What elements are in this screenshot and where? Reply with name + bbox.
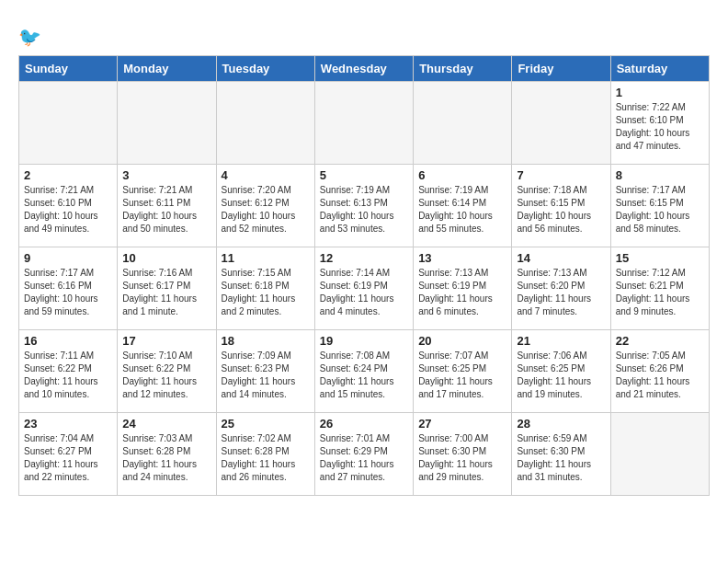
day-info: Sunrise: 7:09 AM Sunset: 6:23 PM Dayligh…: [222, 350, 310, 401]
calendar-cell: 12Sunrise: 7:14 AM Sunset: 6:19 PM Dayli…: [314, 247, 413, 330]
calendar-cell: 27Sunrise: 7:00 AM Sunset: 6:30 PM Dayli…: [414, 413, 512, 496]
day-number: 8: [616, 168, 704, 182]
day-number: 2: [24, 168, 112, 182]
day-number: 5: [320, 168, 408, 182]
day-number: 19: [320, 334, 408, 348]
day-info: Sunrise: 7:14 AM Sunset: 6:19 PM Dayligh…: [320, 267, 408, 318]
calendar-cell: 3Sunrise: 7:21 AM Sunset: 6:11 PM Daylig…: [118, 165, 216, 247]
calendar-week-5: 23Sunrise: 7:04 AM Sunset: 6:27 PM Dayli…: [19, 413, 710, 496]
calendar-cell: [414, 82, 512, 165]
day-info: Sunrise: 7:21 AM Sunset: 6:10 PM Dayligh…: [24, 184, 112, 236]
day-header-wednesday: Wednesday: [314, 56, 413, 82]
calendar-cell: 16Sunrise: 7:11 AM Sunset: 6:22 PM Dayli…: [19, 330, 118, 413]
day-info: Sunrise: 7:06 AM Sunset: 6:25 PM Dayligh…: [517, 350, 605, 401]
day-number: 1: [616, 86, 704, 99]
calendar-cell: 9Sunrise: 7:17 AM Sunset: 6:16 PM Daylig…: [19, 247, 118, 330]
day-number: 13: [418, 251, 506, 265]
calendar-cell: 13Sunrise: 7:13 AM Sunset: 6:19 PM Dayli…: [414, 247, 512, 330]
calendar-cell: 4Sunrise: 7:20 AM Sunset: 6:12 PM Daylig…: [216, 165, 314, 247]
day-number: 20: [418, 334, 506, 348]
calendar-cell: 6Sunrise: 7:19 AM Sunset: 6:14 PM Daylig…: [414, 165, 512, 247]
day-info: Sunrise: 7:07 AM Sunset: 6:25 PM Dayligh…: [418, 350, 506, 401]
day-info: Sunrise: 7:13 AM Sunset: 6:20 PM Dayligh…: [517, 267, 605, 318]
day-number: 18: [222, 334, 310, 348]
day-number: 24: [122, 417, 210, 431]
day-header-friday: Friday: [512, 56, 610, 82]
day-number: 6: [418, 168, 506, 182]
day-number: 28: [517, 417, 605, 431]
calendar-cell: 20Sunrise: 7:07 AM Sunset: 6:25 PM Dayli…: [414, 330, 512, 413]
calendar-cell: 26Sunrise: 7:01 AM Sunset: 6:29 PM Dayli…: [314, 413, 413, 496]
day-number: 23: [24, 417, 112, 431]
day-number: 16: [24, 334, 112, 348]
logo: 🐦: [18, 26, 41, 48]
day-number: 21: [517, 334, 605, 348]
calendar-cell: [216, 82, 314, 165]
day-number: 7: [517, 168, 605, 182]
page-header: 🐦: [18, 22, 710, 48]
day-info: Sunrise: 7:05 AM Sunset: 6:26 PM Dayligh…: [616, 350, 704, 401]
day-info: Sunrise: 7:10 AM Sunset: 6:22 PM Dayligh…: [122, 350, 210, 401]
calendar-cell: 28Sunrise: 6:59 AM Sunset: 6:30 PM Dayli…: [512, 413, 610, 496]
calendar-week-1: 1Sunrise: 7:22 AM Sunset: 6:10 PM Daylig…: [19, 82, 710, 165]
day-header-tuesday: Tuesday: [216, 56, 314, 82]
calendar-cell: 7Sunrise: 7:18 AM Sunset: 6:15 PM Daylig…: [512, 165, 610, 247]
calendar-cell: 11Sunrise: 7:15 AM Sunset: 6:18 PM Dayli…: [216, 247, 314, 330]
day-number: 3: [122, 168, 210, 182]
calendar-cell: [314, 82, 413, 165]
day-header-saturday: Saturday: [610, 56, 709, 82]
calendar-cell: 21Sunrise: 7:06 AM Sunset: 6:25 PM Dayli…: [512, 330, 610, 413]
calendar-cell: 24Sunrise: 7:03 AM Sunset: 6:28 PM Dayli…: [118, 413, 216, 496]
day-info: Sunrise: 7:18 AM Sunset: 6:15 PM Dayligh…: [517, 184, 605, 236]
day-info: Sunrise: 7:01 AM Sunset: 6:29 PM Dayligh…: [320, 432, 408, 484]
calendar-cell: [19, 82, 118, 165]
calendar-week-3: 9Sunrise: 7:17 AM Sunset: 6:16 PM Daylig…: [19, 247, 710, 330]
day-info: Sunrise: 7:19 AM Sunset: 6:13 PM Dayligh…: [320, 184, 408, 236]
day-number: 17: [122, 334, 210, 348]
day-number: 25: [222, 417, 310, 431]
calendar-cell: 19Sunrise: 7:08 AM Sunset: 6:24 PM Dayli…: [314, 330, 413, 413]
calendar-cell: [118, 82, 216, 165]
day-info: Sunrise: 7:03 AM Sunset: 6:28 PM Dayligh…: [122, 432, 210, 484]
day-info: Sunrise: 7:17 AM Sunset: 6:16 PM Dayligh…: [24, 267, 112, 318]
calendar-cell: 22Sunrise: 7:05 AM Sunset: 6:26 PM Dayli…: [610, 330, 709, 413]
calendar-week-4: 16Sunrise: 7:11 AM Sunset: 6:22 PM Dayli…: [19, 330, 710, 413]
calendar-cell: 2Sunrise: 7:21 AM Sunset: 6:10 PM Daylig…: [19, 165, 118, 247]
calendar-cell: 17Sunrise: 7:10 AM Sunset: 6:22 PM Dayli…: [118, 330, 216, 413]
day-number: 27: [418, 417, 506, 431]
day-info: Sunrise: 7:20 AM Sunset: 6:12 PM Dayligh…: [222, 184, 310, 236]
day-info: Sunrise: 7:02 AM Sunset: 6:28 PM Dayligh…: [222, 432, 310, 484]
day-info: Sunrise: 7:16 AM Sunset: 6:17 PM Dayligh…: [122, 267, 210, 318]
day-info: Sunrise: 7:12 AM Sunset: 6:21 PM Dayligh…: [616, 267, 704, 318]
calendar-cell: 14Sunrise: 7:13 AM Sunset: 6:20 PM Dayli…: [512, 247, 610, 330]
calendar-cell: 15Sunrise: 7:12 AM Sunset: 6:21 PM Dayli…: [610, 247, 709, 330]
day-number: 11: [222, 251, 310, 265]
calendar-cell: 8Sunrise: 7:17 AM Sunset: 6:15 PM Daylig…: [610, 165, 709, 247]
day-info: Sunrise: 7:11 AM Sunset: 6:22 PM Dayligh…: [24, 350, 112, 401]
calendar-header-row: SundayMondayTuesdayWednesdayThursdayFrid…: [19, 56, 710, 82]
day-number: 15: [616, 251, 704, 265]
calendar-cell: 1Sunrise: 7:22 AM Sunset: 6:10 PM Daylig…: [610, 82, 709, 165]
logo-bird-icon: 🐦: [18, 27, 41, 47]
calendar-cell: 5Sunrise: 7:19 AM Sunset: 6:13 PM Daylig…: [314, 165, 413, 247]
day-info: Sunrise: 7:22 AM Sunset: 6:10 PM Dayligh…: [616, 101, 704, 153]
day-info: Sunrise: 7:17 AM Sunset: 6:15 PM Dayligh…: [616, 184, 704, 236]
day-info: Sunrise: 7:19 AM Sunset: 6:14 PM Dayligh…: [418, 184, 506, 236]
day-number: 14: [517, 251, 605, 265]
calendar-cell: 23Sunrise: 7:04 AM Sunset: 6:27 PM Dayli…: [19, 413, 118, 496]
calendar-cell: [610, 413, 709, 496]
day-number: 10: [122, 251, 210, 265]
calendar-cell: [512, 82, 610, 165]
calendar-cell: 10Sunrise: 7:16 AM Sunset: 6:17 PM Dayli…: [118, 247, 216, 330]
day-info: Sunrise: 7:00 AM Sunset: 6:30 PM Dayligh…: [418, 432, 506, 484]
day-info: Sunrise: 7:15 AM Sunset: 6:18 PM Dayligh…: [222, 267, 310, 318]
day-header-sunday: Sunday: [19, 56, 118, 82]
logo-text: 🐦: [18, 26, 41, 48]
day-info: Sunrise: 7:21 AM Sunset: 6:11 PM Dayligh…: [122, 184, 210, 236]
day-number: 9: [24, 251, 112, 265]
calendar-cell: 18Sunrise: 7:09 AM Sunset: 6:23 PM Dayli…: [216, 330, 314, 413]
calendar-week-2: 2Sunrise: 7:21 AM Sunset: 6:10 PM Daylig…: [19, 165, 710, 247]
calendar-table: SundayMondayTuesdayWednesdayThursdayFrid…: [18, 55, 710, 496]
day-number: 26: [320, 417, 408, 431]
day-number: 12: [320, 251, 408, 265]
